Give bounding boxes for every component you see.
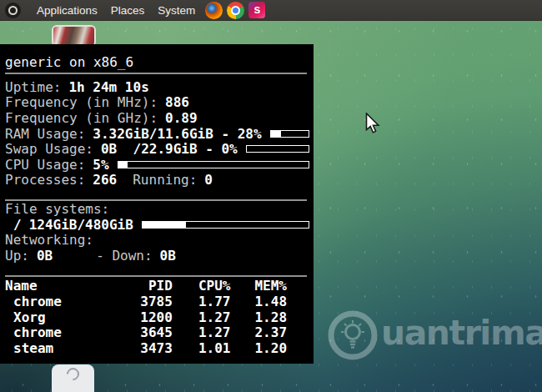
launcher-icons: s: [205, 2, 265, 19]
process-row: chrome 3645 1.27 2.37: [5, 324, 311, 340]
monitor-stats: Uptime:1h 24m 10s Frequency (in MHz):886…: [5, 79, 311, 188]
process-row: steam 3473 1.01 1.20: [5, 340, 311, 356]
filesystem-usage-bar: [142, 221, 309, 229]
menu-places[interactable]: Places: [104, 2, 152, 19]
refresh-button[interactable]: [52, 364, 94, 392]
top-menu-bar: Applications Places System s: [0, 0, 542, 21]
filesystem-root-row: /124GiB/480GiB: [5, 217, 311, 233]
ubuntu-logo-icon[interactable]: [5, 3, 21, 18]
monitor-title: generic on x86_6: [5, 51, 311, 73]
refresh-icon: [64, 365, 82, 383]
separator-line: [5, 73, 307, 74]
cpu-usage-bar: [118, 161, 309, 168]
menu-applications[interactable]: Applications: [30, 2, 104, 19]
process-table: Name PID CPU% MEM% chrome 3785 1.77 1.48…: [5, 279, 311, 356]
ubuntu-circle-glyph: [8, 6, 18, 15]
arrow-cursor: [365, 113, 381, 135]
process-table-header: Name PID CPU% MEM%: [5, 279, 311, 294]
process-row: chrome 3785 1.77 1.48: [5, 294, 311, 309]
stat-frequency-ghz: Frequency (in GHz):0.89: [5, 110, 311, 126]
swap-usage-bar: [246, 145, 309, 153]
firefox-icon[interactable]: [205, 2, 223, 19]
stat-frequency-mhz: Frequency (in MHz):886: [5, 95, 311, 111]
ram-usage-bar: [270, 130, 309, 138]
menu-system[interactable]: System: [151, 2, 202, 19]
stat-ram-usage: RAM Usage:3.32GiB/11.6GiB - 28%: [5, 126, 311, 142]
fs-usage: 124GiB/480GiB: [29, 217, 133, 233]
filesystems-heading: File systems:: [5, 201, 311, 217]
chrome-icon[interactable]: [227, 2, 244, 19]
networking-updown-row: Up:0B - Down:0B: [5, 248, 311, 264]
separator-line: [5, 275, 307, 277]
networking-heading: Networking:: [5, 232, 311, 248]
stat-cpu-usage: CPU Usage:5%: [5, 157, 311, 173]
process-row: Xorg 1200 1.27 1.28: [5, 309, 311, 325]
stat-processes: Processes:266 Running:0: [5, 173, 311, 188]
stat-swap-usage: Swap Usage:0B /22.9GiB - 0%: [5, 141, 311, 157]
stat-uptime: Uptime:1h 24m 10s: [5, 79, 311, 95]
system-monitor-panel: generic on x86_6 Uptime:1h 24m 10s Frequ…: [0, 44, 314, 364]
s-app-icon[interactable]: s: [248, 2, 265, 18]
fs-mount-point: /: [5, 217, 22, 233]
